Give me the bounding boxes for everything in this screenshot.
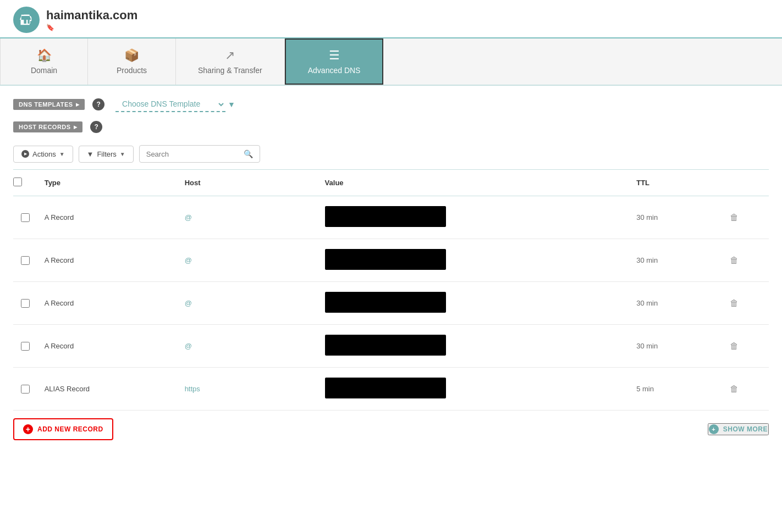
actions-button[interactable]: Actions ▼ (13, 146, 73, 163)
row-ttl-2: 30 min (636, 282, 730, 325)
dns-templates-badge: DNS TEMPLATES (13, 99, 85, 110)
redacted-value-1 (325, 249, 446, 270)
box-icon: 📦 (124, 48, 139, 63)
row-ttl-3: 30 min (636, 325, 730, 368)
search-input[interactable] (146, 150, 239, 158)
row-host-1: @ (185, 239, 325, 282)
store-icon (19, 12, 34, 27)
row-checkbox-4[interactable] (21, 385, 30, 394)
row-type-1: A Record (45, 239, 185, 282)
host-records-table-container: Type Host Value TTL A Record @ 30 min 🗑 … (0, 170, 782, 411)
row-delete-0[interactable]: 🗑 (730, 196, 769, 239)
redacted-value-2 (325, 292, 446, 313)
tab-sharing-transfer-label: Sharing & Transfer (198, 66, 262, 75)
row-host-3: @ (185, 325, 325, 368)
filters-label: Filters (97, 150, 116, 158)
col-header-ttl: TTL (636, 170, 730, 196)
row-checkbox-cell (13, 368, 45, 411)
row-type-4: ALIAS Record (45, 368, 185, 411)
table-row: A Record @ 30 min 🗑 (13, 196, 769, 239)
row-ttl-0: 30 min (636, 196, 730, 239)
filters-button[interactable]: ▼ Filters ▼ (79, 146, 134, 163)
dns-templates-help[interactable]: ? (92, 98, 104, 110)
svg-rect-0 (24, 15, 29, 16)
actions-label: Actions (32, 150, 56, 158)
search-box[interactable]: 🔍 (139, 145, 260, 163)
table-footer: + ADD NEW RECORD + SHOW MORE (0, 411, 782, 451)
row-checkbox-2[interactable] (21, 299, 30, 308)
row-checkbox-0[interactable] (21, 213, 30, 222)
filter-icon: ▼ (87, 150, 94, 158)
row-value-0 (325, 196, 637, 239)
add-record-label: ADD NEW RECORD (37, 425, 103, 433)
row-delete-1[interactable]: 🗑 (730, 239, 769, 282)
row-host-0: @ (185, 196, 325, 239)
delete-icon-1[interactable]: 🗑 (730, 256, 739, 265)
delete-icon-0[interactable]: 🗑 (730, 213, 739, 222)
table-row: A Record @ 30 min 🗑 (13, 325, 769, 368)
delete-icon-4[interactable]: 🗑 (730, 384, 739, 394)
row-value-2 (325, 282, 637, 325)
row-ttl-1: 30 min (636, 239, 730, 282)
play-icon (21, 150, 29, 158)
delete-icon-3[interactable]: 🗑 (730, 341, 739, 351)
show-more-label: SHOW MORE (723, 425, 768, 433)
delete-icon-2[interactable]: 🗑 (730, 298, 739, 308)
search-icon[interactable]: 🔍 (244, 149, 253, 158)
tab-sharing-transfer[interactable]: ↗ Sharing & Transfer (176, 38, 285, 85)
show-more-button[interactable]: + SHOW MORE (708, 423, 769, 435)
site-sub-icon: 🔖 (46, 24, 137, 31)
row-checkbox-cell (13, 196, 45, 239)
toolbar: Actions ▼ ▼ Filters ▼ 🔍 (0, 140, 782, 169)
table-body: A Record @ 30 min 🗑 A Record @ 30 min 🗑 … (13, 196, 769, 411)
host-records-section: HOST RECORDS ? (0, 119, 782, 140)
add-new-record-button[interactable]: + ADD NEW RECORD (13, 418, 113, 440)
table-row: A Record @ 30 min 🗑 (13, 282, 769, 325)
table-row: ALIAS Record https 5 min 🗑 (13, 368, 769, 411)
tab-domain[interactable]: 🏠 Domain (0, 38, 88, 85)
redacted-value-4 (325, 378, 446, 398)
host-records-help[interactable]: ? (90, 121, 102, 133)
row-type-3: A Record (45, 325, 185, 368)
site-info: haimantika.com 🔖 (46, 8, 137, 31)
select-all-checkbox[interactable] (13, 178, 22, 186)
actions-chevron-icon: ▼ (59, 151, 65, 157)
filters-chevron-icon: ▼ (120, 151, 125, 157)
col-header-value: Value (325, 170, 637, 196)
nav-spacer (383, 38, 782, 85)
dropdown-arrow: ▼ (228, 100, 235, 109)
row-checkbox-cell (13, 282, 45, 325)
table-row: A Record @ 30 min 🗑 (13, 239, 769, 282)
host-records-table: Type Host Value TTL A Record @ 30 min 🗑 … (13, 170, 769, 411)
add-icon: + (23, 424, 33, 434)
row-delete-3[interactable]: 🗑 (730, 325, 769, 368)
transfer-icon: ↗ (225, 48, 235, 63)
col-header-action (730, 170, 769, 196)
nav-tabs: 🏠 Domain 📦 Products ↗ Sharing & Transfer… (0, 38, 782, 86)
row-ttl-4: 5 min (636, 368, 730, 411)
show-more-icon: + (709, 424, 719, 434)
row-host-4: https (185, 368, 325, 411)
row-value-4 (325, 368, 637, 411)
row-delete-2[interactable]: 🗑 (730, 282, 769, 325)
tab-advanced-dns-label: Advanced DNS (308, 66, 361, 75)
row-host-2: @ (185, 282, 325, 325)
row-checkbox-cell (13, 239, 45, 282)
home-icon: 🏠 (37, 48, 52, 63)
site-logo (13, 7, 40, 33)
dns-template-dropdown[interactable]: Choose DNS Template (115, 97, 225, 112)
site-name: haimantika.com (46, 8, 137, 23)
row-checkbox-cell (13, 325, 45, 368)
row-checkbox-3[interactable] (21, 342, 30, 351)
tab-products-label: Products (117, 66, 147, 75)
row-checkbox-1[interactable] (21, 256, 30, 265)
table-header: Type Host Value TTL (13, 170, 769, 196)
row-delete-4[interactable]: 🗑 (730, 368, 769, 411)
tab-advanced-dns[interactable]: ☰ Advanced DNS (285, 38, 384, 85)
col-header-host: Host (185, 170, 325, 196)
tab-products[interactable]: 📦 Products (88, 38, 176, 85)
redacted-value-3 (325, 335, 446, 356)
page-header: haimantika.com 🔖 (0, 0, 782, 38)
host-records-badge: HOST RECORDS (13, 121, 82, 132)
col-header-type: Type (45, 170, 185, 196)
